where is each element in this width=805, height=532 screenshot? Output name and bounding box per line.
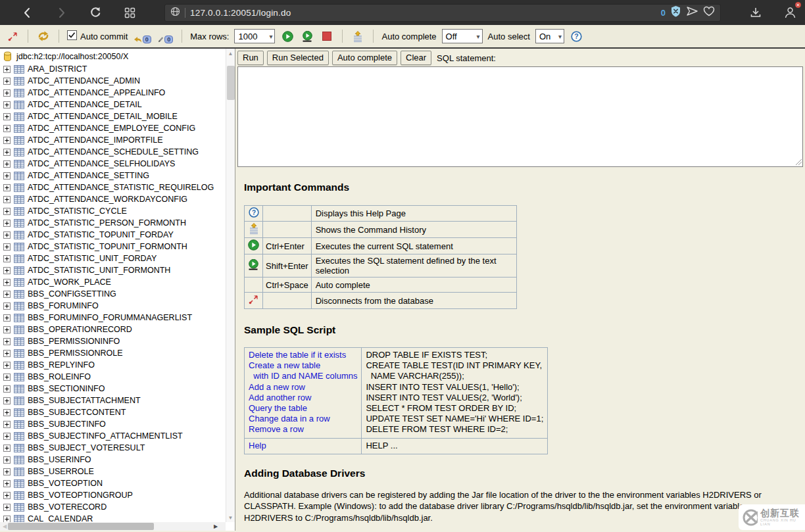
blocked-count-badge[interactable]: 0	[661, 8, 666, 18]
disconnect-button[interactable]	[5, 29, 20, 43]
expand-plus-icon[interactable]	[3, 125, 11, 132]
expand-plus-icon[interactable]	[3, 66, 11, 73]
expand-plus-icon[interactable]	[3, 137, 11, 144]
sample-script-link[interactable]: Query the table	[249, 403, 357, 414]
expand-plus-icon[interactable]	[3, 160, 11, 168]
tree-table-row[interactable]: BBS_OPERATIONRECORD	[3, 324, 235, 335]
tree-table-row[interactable]: BBS_VOTEOPTION	[3, 477, 235, 489]
expand-plus-icon[interactable]	[3, 302, 11, 310]
help-link[interactable]: Help	[249, 441, 357, 451]
tree-table-row[interactable]: ATDC_ATTENDANCE_SETTING	[3, 170, 235, 181]
expand-plus-icon[interactable]	[3, 291, 11, 298]
tree-table-row[interactable]: BBS_FORUMINFO	[3, 300, 235, 312]
expand-plus-icon[interactable]	[3, 243, 11, 251]
tree-table-row[interactable]: BBS_FORUMINFO_FORUMMANAGERLIST	[3, 312, 235, 324]
scroll-down-icon[interactable]: ▼	[226, 513, 235, 522]
tree-table-row[interactable]: ATDC_ATTENDANCE_WORKDAYCONFIG	[3, 193, 235, 205]
tree-table-row[interactable]: ATDC_ATTENDANCE_DETAIL	[3, 99, 235, 110]
tree-table-row[interactable]: BBS_USERINFO	[3, 454, 235, 466]
url-bar[interactable]: 127.0.0.1:20051/login.do 0	[164, 4, 721, 22]
expand-plus-icon[interactable]	[3, 267, 11, 274]
tree-table-row[interactable]: BBS_REPLYINFO	[3, 359, 235, 371]
expand-plus-icon[interactable]	[3, 468, 11, 475]
tree-table-row[interactable]: BBS_SUBJECT_VOTERESULT	[3, 442, 235, 454]
sql-statement-input[interactable]	[237, 66, 803, 167]
expand-plus-icon[interactable]	[3, 397, 11, 404]
expand-plus-icon[interactable]	[3, 492, 11, 499]
tree-table-row[interactable]: ATDC_STATISTIC_PERSON_FORMONTH	[3, 217, 235, 229]
expand-plus-icon[interactable]	[3, 101, 11, 109]
tree-table-row[interactable]: BBS_PERMISSIONROLE	[3, 347, 235, 359]
expand-plus-icon[interactable]	[3, 516, 11, 523]
shield-icon[interactable]	[670, 5, 681, 20]
expand-plus-icon[interactable]	[3, 89, 11, 97]
expand-plus-icon[interactable]	[3, 255, 11, 262]
expand-plus-icon[interactable]	[3, 480, 11, 487]
run-button-toolbar[interactable]	[280, 29, 295, 43]
sample-script-link[interactable]: Change data in a row	[249, 414, 357, 424]
tree-table-row[interactable]: ATDC_STATISTIC_UNIT_FORDAY	[3, 253, 235, 264]
reload-button[interactable]	[87, 4, 104, 21]
scrollbar-thumb[interactable]	[8, 523, 154, 530]
tree-table-row[interactable]: BBS_CONFIGSETTING	[3, 288, 235, 300]
history-button[interactable]	[351, 29, 365, 43]
run-button[interactable]: Run	[237, 51, 264, 65]
expand-plus-icon[interactable]	[3, 409, 11, 416]
tree-table-row[interactable]: BBS_VOTEOPTIONGROUP	[3, 489, 235, 501]
auto-select-select[interactable]: On▾	[535, 29, 564, 43]
expand-plus-icon[interactable]	[3, 184, 11, 191]
tree-table-row[interactable]: ATDC_STATISTIC_TOPUNIT_FORMONTH	[3, 241, 235, 253]
sample-script-link[interactable]: Create a new table	[249, 360, 357, 371]
tree-table-row[interactable]: BBS_SUBJECTINFO_ATTACHMENTLIST	[3, 430, 235, 442]
expand-plus-icon[interactable]	[3, 326, 11, 333]
help-button[interactable]: ?	[570, 29, 584, 43]
tree-table-row[interactable]: ATDC_STATISTIC_UNIT_FORMONTH	[3, 264, 235, 276]
expand-plus-icon[interactable]	[3, 338, 11, 345]
forward-button[interactable]	[53, 4, 70, 21]
tree-table-row[interactable]: ATDC_ATTENDANCE_STATISTIC_REQUIRELOG	[3, 181, 235, 193]
scroll-right-icon[interactable]: ▶	[211, 523, 220, 529]
expand-plus-icon[interactable]	[3, 504, 11, 511]
expand-plus-icon[interactable]	[3, 456, 11, 464]
tree-table-row[interactable]: ATDC_ATTENDANCE_ADMIN	[3, 75, 235, 87]
run-selected-button[interactable]: Run Selected	[267, 51, 329, 65]
rollback-button[interactable]: 0	[157, 29, 174, 43]
tree-connection-row[interactable]: jdbc:h2:tcp://localhost:20050/X	[3, 51, 235, 62]
tree-table-row[interactable]: BBS_VOTERECORD	[3, 501, 235, 513]
tree-table-row[interactable]: BBS_USERROLE	[3, 466, 235, 477]
auto-complete-button[interactable]: Auto complete	[332, 51, 397, 65]
tree-vertical-scrollbar[interactable]: ▲ ▼	[226, 49, 235, 522]
tree-table-row[interactable]: BBS_SECTIONINFO	[3, 383, 235, 395]
scroll-up-icon[interactable]: ▲	[226, 49, 235, 58]
tree-table-row[interactable]: ATDC_ATTENDANCE_DETAIL_MOBILE	[3, 110, 235, 122]
resize-handle-icon[interactable]	[795, 158, 802, 165]
tree-table-row[interactable]: ARA_DISTRICT	[3, 63, 235, 75]
expand-plus-icon[interactable]	[3, 279, 11, 286]
expand-plus-icon[interactable]	[3, 385, 11, 393]
stop-button[interactable]	[320, 29, 334, 43]
sample-script-link[interactable]: Remove a row	[249, 424, 357, 435]
expand-plus-icon[interactable]	[3, 113, 11, 120]
run-selected-button-toolbar[interactable]	[300, 29, 314, 43]
refresh-button[interactable]	[36, 29, 51, 43]
expand-plus-icon[interactable]	[3, 196, 11, 203]
tree-table-row[interactable]: BBS_SUBJECTCONTENT	[3, 406, 235, 418]
tree-table-row[interactable]: BBS_SUBJECTATTACHMENT	[3, 395, 235, 406]
expand-plus-icon[interactable]	[3, 172, 11, 180]
tree-table-row[interactable]: ATDC_ATTENDANCE_SELFHOLIDAYS	[3, 158, 235, 170]
tree-table-row[interactable]: ATDC_ATTENDANCE_APPEALINFO	[3, 87, 235, 99]
tabs-grid-button[interactable]	[121, 4, 138, 21]
expand-plus-icon[interactable]	[3, 350, 11, 357]
expand-plus-icon[interactable]	[3, 149, 11, 156]
max-rows-select[interactable]: 1000▾	[234, 29, 275, 43]
tree-table-row[interactable]: ATDC_WORK_PLACE	[3, 276, 235, 288]
expand-plus-icon[interactable]	[3, 374, 11, 381]
downloads-button[interactable]	[747, 4, 764, 21]
tree-horizontal-scrollbar[interactable]: ◀ ▶	[0, 522, 226, 531]
sample-script-link[interactable]: Add a new row	[249, 382, 357, 393]
expand-plus-icon[interactable]	[3, 433, 11, 440]
tree-table-row[interactable]: ATDC_ATTENDANCE_IMPORTFILE	[3, 134, 235, 146]
clear-button[interactable]: Clear	[401, 51, 431, 65]
tree-table-row[interactable]: ATDC_ATTENDANCE_EMPLOYEE_CONFIG	[3, 122, 235, 134]
expand-plus-icon[interactable]	[3, 78, 11, 85]
